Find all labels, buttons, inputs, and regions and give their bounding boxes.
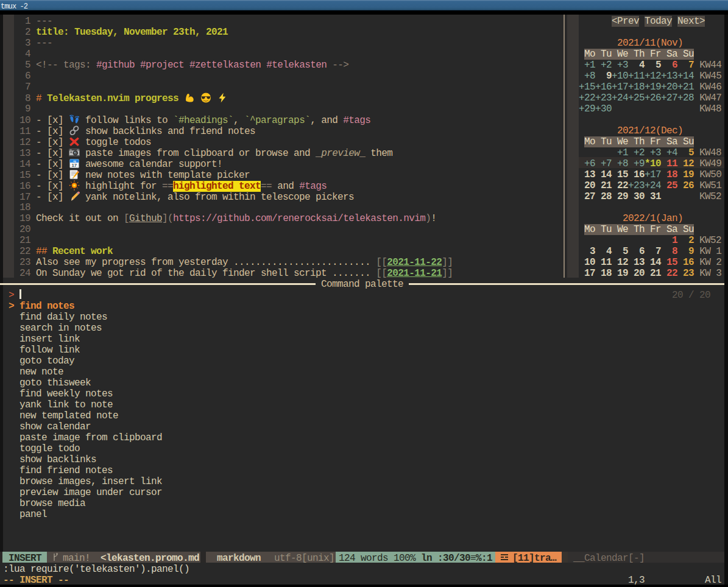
svg-text:17: 17 (71, 163, 77, 168)
